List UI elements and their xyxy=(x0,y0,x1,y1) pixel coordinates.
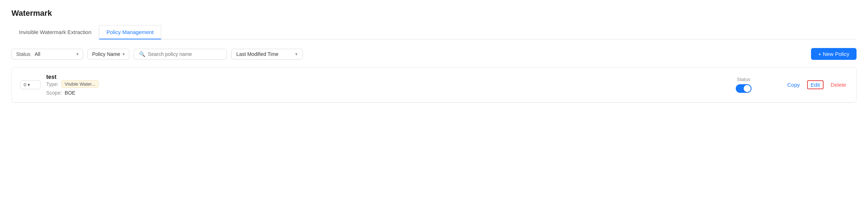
sort-filter-label: Last Modified Time xyxy=(237,51,292,57)
search-icon: 🔍 xyxy=(139,51,145,57)
type-row: Type: Visible Water... xyxy=(46,80,99,88)
scope-value: BOE xyxy=(65,90,76,96)
status-chevron-icon: ▾ xyxy=(76,52,78,57)
table-row: 0 ▾ test Type: Visible Water... Scope: B… xyxy=(12,67,856,102)
delete-button[interactable]: Delete xyxy=(829,81,848,89)
status-filter-label: Status xyxy=(16,51,30,57)
policy-name-chevron-icon: ▾ xyxy=(123,52,125,57)
type-value: Visible Water... xyxy=(61,80,99,88)
new-policy-button[interactable]: + New Policy xyxy=(811,48,857,60)
policy-name-filter[interactable]: Policy Name ▾ xyxy=(87,49,129,59)
policy-details: Type: Visible Water... Scope: BOE xyxy=(46,80,99,96)
tab-invisible-watermark-extraction[interactable]: Invisible Watermark Extraction xyxy=(11,25,99,39)
page-title: Watermark xyxy=(11,9,857,18)
search-box[interactable]: 🔍 xyxy=(134,49,227,59)
status-filter-value: All xyxy=(35,51,73,57)
status-filter[interactable]: Status All ▾ xyxy=(11,49,83,59)
policy-name: test xyxy=(46,74,93,80)
tab-policy-management[interactable]: Policy Management xyxy=(99,25,161,39)
expand-chevron-icon: ▾ xyxy=(28,82,30,87)
policy-actions: Copy Edit Delete xyxy=(786,80,848,89)
expand-control[interactable]: 0 ▾ xyxy=(20,80,40,89)
search-input[interactable] xyxy=(148,51,221,57)
copy-button[interactable]: Copy xyxy=(786,81,801,89)
sort-chevron-icon: ▾ xyxy=(295,52,297,57)
type-label: Type: xyxy=(46,81,58,87)
sort-filter[interactable]: Last Modified Time ▾ xyxy=(231,49,303,59)
scope-row: Scope: BOE xyxy=(46,90,99,96)
edit-button[interactable]: Edit xyxy=(807,80,824,89)
policy-name-filter-label: Policy Name xyxy=(92,51,120,57)
status-section: Status xyxy=(736,77,752,93)
toolbar: Status All ▾ Policy Name ▾ 🔍 Last Modifi… xyxy=(11,48,857,60)
tabs-container: Invisible Watermark Extraction Policy Ma… xyxy=(11,25,857,39)
status-toggle[interactable] xyxy=(736,84,752,93)
expand-count: 0 xyxy=(24,82,26,87)
status-section-label: Status xyxy=(737,77,750,82)
policy-main-row: test Type: Visible Water... Scope: BOE xyxy=(46,74,713,96)
policy-list: 0 ▾ test Type: Visible Water... Scope: B… xyxy=(11,67,857,103)
scope-label: Scope: xyxy=(46,90,62,96)
